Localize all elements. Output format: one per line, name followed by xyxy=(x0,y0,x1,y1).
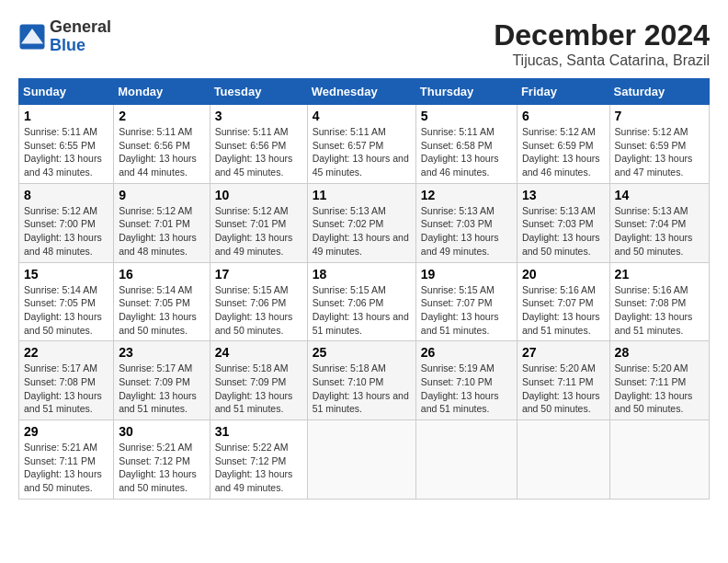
calendar-cell: 2Sunrise: 5:11 AMSunset: 6:56 PMDaylight… xyxy=(114,105,210,184)
day-info: Sunrise: 5:15 AMSunset: 7:06 PMDaylight:… xyxy=(313,283,411,338)
calendar-cell: 21Sunrise: 5:16 AMSunset: 7:08 PMDayligh… xyxy=(609,262,709,341)
calendar-cell: 25Sunrise: 5:18 AMSunset: 7:10 PMDayligh… xyxy=(307,341,415,420)
day-info: Sunrise: 5:14 AMSunset: 7:05 PMDaylight:… xyxy=(24,283,108,338)
day-number: 15 xyxy=(24,267,108,282)
day-number: 25 xyxy=(313,345,411,360)
day-info: Sunrise: 5:21 AMSunset: 7:12 PMDaylight:… xyxy=(119,441,204,495)
day-header-thursday: Thursday xyxy=(415,79,517,105)
day-info: Sunrise: 5:12 AMSunset: 7:00 PMDaylight:… xyxy=(24,204,108,259)
day-number: 7 xyxy=(615,109,704,123)
calendar-cell: 15Sunrise: 5:14 AMSunset: 7:05 PMDayligh… xyxy=(19,262,114,341)
day-info: Sunrise: 5:19 AMSunset: 7:10 PMDaylight:… xyxy=(421,362,512,416)
day-info: Sunrise: 5:12 AMSunset: 7:01 PMDaylight:… xyxy=(119,204,204,259)
day-header-sunday: Sunday xyxy=(19,79,114,105)
calendar-week-row: 22Sunrise: 5:17 AMSunset: 7:08 PMDayligh… xyxy=(19,341,710,420)
day-number: 27 xyxy=(522,345,605,360)
calendar-cell: 17Sunrise: 5:15 AMSunset: 7:06 PMDayligh… xyxy=(210,262,307,341)
day-header-friday: Friday xyxy=(517,79,609,105)
calendar-cell: 30Sunrise: 5:21 AMSunset: 7:12 PMDayligh… xyxy=(114,420,210,500)
day-info: Sunrise: 5:20 AMSunset: 7:11 PMDaylight:… xyxy=(615,362,704,416)
calendar-cell: 9Sunrise: 5:12 AMSunset: 7:01 PMDaylight… xyxy=(114,183,210,262)
calendar-cell: 7Sunrise: 5:12 AMSunset: 6:59 PMDaylight… xyxy=(609,105,709,184)
day-number: 23 xyxy=(119,345,204,360)
day-info: Sunrise: 5:15 AMSunset: 7:06 PMDaylight:… xyxy=(215,283,302,338)
day-info: Sunrise: 5:21 AMSunset: 7:11 PMDaylight:… xyxy=(24,441,108,495)
day-info: Sunrise: 5:12 AMSunset: 7:01 PMDaylight:… xyxy=(215,204,302,259)
calendar-cell: 11Sunrise: 5:13 AMSunset: 7:02 PMDayligh… xyxy=(307,183,415,262)
day-number: 19 xyxy=(421,267,512,282)
calendar-cell: 3Sunrise: 5:11 AMSunset: 6:56 PMDaylight… xyxy=(210,105,307,184)
location-subtitle: Tijucas, Santa Catarina, Brazil xyxy=(494,52,710,69)
calendar-cell: 1Sunrise: 5:11 AMSunset: 6:55 PMDaylight… xyxy=(19,105,114,184)
calendar-week-row: 29Sunrise: 5:21 AMSunset: 7:11 PMDayligh… xyxy=(19,420,710,500)
day-number: 31 xyxy=(215,424,302,439)
day-info: Sunrise: 5:11 AMSunset: 6:57 PMDaylight:… xyxy=(313,125,411,179)
calendar-cell: 4Sunrise: 5:11 AMSunset: 6:57 PMDaylight… xyxy=(307,105,415,184)
calendar-header-row: SundayMondayTuesdayWednesdayThursdayFrid… xyxy=(19,79,710,105)
day-number: 20 xyxy=(522,267,605,282)
month-title: December 2024 xyxy=(494,18,710,52)
day-number: 8 xyxy=(24,188,108,202)
calendar-cell: 5Sunrise: 5:11 AMSunset: 6:58 PMDaylight… xyxy=(415,105,517,184)
day-info: Sunrise: 5:17 AMSunset: 7:08 PMDaylight:… xyxy=(24,362,108,416)
logo-general-text: General xyxy=(50,17,111,36)
day-info: Sunrise: 5:13 AMSunset: 7:03 PMDaylight:… xyxy=(522,204,605,259)
day-number: 22 xyxy=(24,345,108,360)
day-number: 5 xyxy=(421,109,512,123)
calendar-cell: 8Sunrise: 5:12 AMSunset: 7:00 PMDaylight… xyxy=(19,183,114,262)
calendar-week-row: 15Sunrise: 5:14 AMSunset: 7:05 PMDayligh… xyxy=(19,262,710,341)
logo-blue-text: Blue xyxy=(50,36,85,54)
day-header-saturday: Saturday xyxy=(609,79,709,105)
calendar-table: SundayMondayTuesdayWednesdayThursdayFrid… xyxy=(18,78,710,500)
day-number: 16 xyxy=(119,267,204,282)
calendar-cell xyxy=(307,420,415,500)
calendar-cell: 23Sunrise: 5:17 AMSunset: 7:09 PMDayligh… xyxy=(114,341,210,420)
day-number: 12 xyxy=(421,188,512,202)
day-info: Sunrise: 5:16 AMSunset: 7:08 PMDaylight:… xyxy=(615,283,704,338)
calendar-cell: 22Sunrise: 5:17 AMSunset: 7:08 PMDayligh… xyxy=(19,341,114,420)
calendar-cell: 24Sunrise: 5:18 AMSunset: 7:09 PMDayligh… xyxy=(210,341,307,420)
calendar-week-row: 1Sunrise: 5:11 AMSunset: 6:55 PMDaylight… xyxy=(19,105,710,184)
day-number: 29 xyxy=(24,424,108,439)
day-number: 14 xyxy=(615,188,704,202)
day-info: Sunrise: 5:14 AMSunset: 7:05 PMDaylight:… xyxy=(119,283,204,338)
calendar-cell: 12Sunrise: 5:13 AMSunset: 7:03 PMDayligh… xyxy=(415,183,517,262)
day-info: Sunrise: 5:18 AMSunset: 7:10 PMDaylight:… xyxy=(313,362,411,416)
day-number: 1 xyxy=(24,109,108,123)
calendar-week-row: 8Sunrise: 5:12 AMSunset: 7:00 PMDaylight… xyxy=(19,183,710,262)
day-number: 3 xyxy=(215,109,302,123)
calendar-cell: 16Sunrise: 5:14 AMSunset: 7:05 PMDayligh… xyxy=(114,262,210,341)
day-number: 30 xyxy=(119,424,204,439)
day-number: 17 xyxy=(215,267,302,282)
day-info: Sunrise: 5:11 AMSunset: 6:55 PMDaylight:… xyxy=(24,125,108,179)
day-number: 13 xyxy=(522,188,605,202)
calendar-cell: 27Sunrise: 5:20 AMSunset: 7:11 PMDayligh… xyxy=(517,341,609,420)
day-info: Sunrise: 5:13 AMSunset: 7:04 PMDaylight:… xyxy=(615,204,704,259)
calendar-cell: 13Sunrise: 5:13 AMSunset: 7:03 PMDayligh… xyxy=(517,183,609,262)
day-info: Sunrise: 5:11 AMSunset: 6:56 PMDaylight:… xyxy=(215,125,302,179)
calendar-cell xyxy=(415,420,517,500)
day-info: Sunrise: 5:22 AMSunset: 7:12 PMDaylight:… xyxy=(215,441,302,495)
title-block: December 2024 Tijucas, Santa Catarina, B… xyxy=(494,18,710,69)
day-info: Sunrise: 5:20 AMSunset: 7:11 PMDaylight:… xyxy=(522,362,605,416)
day-info: Sunrise: 5:17 AMSunset: 7:09 PMDaylight:… xyxy=(119,362,204,416)
calendar-cell: 18Sunrise: 5:15 AMSunset: 7:06 PMDayligh… xyxy=(307,262,415,341)
calendar-cell: 19Sunrise: 5:15 AMSunset: 7:07 PMDayligh… xyxy=(415,262,517,341)
calendar-cell xyxy=(517,420,609,500)
calendar-cell: 6Sunrise: 5:12 AMSunset: 6:59 PMDaylight… xyxy=(517,105,609,184)
calendar-cell: 14Sunrise: 5:13 AMSunset: 7:04 PMDayligh… xyxy=(609,183,709,262)
logo: General Blue xyxy=(18,18,111,55)
calendar-cell: 28Sunrise: 5:20 AMSunset: 7:11 PMDayligh… xyxy=(609,341,709,420)
day-number: 24 xyxy=(215,345,302,360)
day-number: 26 xyxy=(421,345,512,360)
day-number: 4 xyxy=(313,109,411,123)
page-header: General Blue December 2024 Tijucas, Sant… xyxy=(18,18,710,69)
day-number: 21 xyxy=(615,267,704,282)
day-number: 6 xyxy=(522,109,605,123)
day-header-tuesday: Tuesday xyxy=(210,79,307,105)
day-number: 9 xyxy=(119,188,204,202)
day-number: 2 xyxy=(119,109,204,123)
day-info: Sunrise: 5:12 AMSunset: 6:59 PMDaylight:… xyxy=(615,125,704,179)
day-info: Sunrise: 5:13 AMSunset: 7:03 PMDaylight:… xyxy=(421,204,512,259)
day-number: 10 xyxy=(215,188,302,202)
